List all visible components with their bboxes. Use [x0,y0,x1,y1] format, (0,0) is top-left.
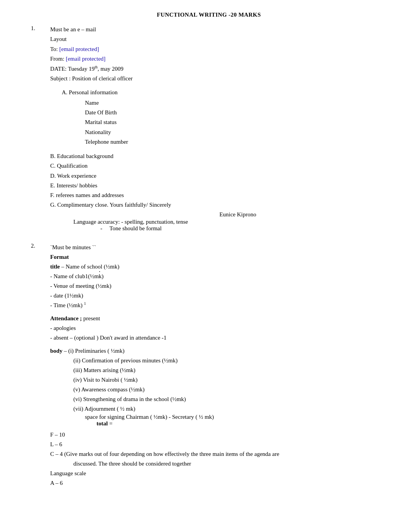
layout-line: Layout [50,35,387,44]
section-1: 1. Must be an e – mail Layout To: [email… [31,25,387,232]
personal-item-marital: Marital status [85,118,387,127]
section-d: D. Work experience [50,172,387,180]
personal-info-list: Name Date Of Birth Marital status Nation… [85,99,387,146]
total-line: total = [97,420,387,427]
section-e: E. Interests/ hobbies [50,181,387,190]
section-2-row: 2. `Must be minutes `` Format title – Na… [31,243,387,488]
body-item-ii: (ii) Confirmation of previous minutes (½… [73,356,387,365]
body-item-vi: (vi) Strengthening of drama in the schoo… [73,394,387,404]
body-item-iv: (iv) Visit to Nairobi ( ½mk) [73,375,387,384]
from-label: From: [50,56,66,62]
personal-item-dob: Date Of Birth [85,108,387,117]
to-email: [email protected] [59,46,99,52]
section-c: C. Qualification [50,161,387,170]
attendance-header: Attendance ; present [50,314,387,323]
venue-line: - Venue of meeting (½mk) [50,281,387,291]
section-b: B. Educational background [50,152,387,161]
personal-item-telephone: Telephone number [85,138,387,146]
personal-item-name: Name [85,99,387,107]
c-line: C – 4 (Give marks out of four depending … [50,449,387,459]
section-1-number: 1. [31,25,50,232]
section-f: F. referees names and addresses [50,191,387,200]
title-line: title – Name of school (½mk) [50,262,387,271]
personal-item-nationality: Nationality [85,128,387,137]
from-line: From: [email protected] [50,54,387,63]
name-club-line: - Name of club1(½mk) [50,272,387,281]
body-block: body – (i) Preliminaries ( ½mk) (ii) Con… [50,346,387,427]
body-item-iii: (iii) Matters arising (½mk) [73,365,387,375]
totals-block: F – 10 L – 6 C – 4 (Give marks out of fo… [50,430,387,488]
format-label: Format [50,252,387,262]
section-2-content: `Must be minutes `` Format title – Name … [50,243,387,488]
to-line: To: [email protected] [50,45,387,54]
date-line: DATE: Tuesday 19th, may 2009 [50,64,387,73]
body-item-v: (v) Awareness compass (½mk) [73,385,387,394]
time-line: - Time (½mk) 1 [50,301,387,310]
section-2: 2. `Must be minutes `` Format title – Na… [31,243,387,488]
attendance-block: Attendance ; present - apologies - absen… [50,314,387,342]
page-title: FUNCTIONAL WRITING -20 MARKS [31,12,387,18]
s2-intro: `Must be minutes `` [50,243,387,252]
section-g: G. Complimentary close. Yours faithfully… [50,201,387,209]
body-item-vii: (vii) Adjournment ( ½ mk) [73,404,387,413]
language-line: Language accuracy: - spelling, punctuati… [73,219,387,225]
tone-line: - Tone should be formal [100,225,387,232]
body-items-list: (ii) Confirmation of previous minutes (½… [73,356,387,413]
apologies-line: - apologies [50,323,387,333]
section-2-number: 2. [31,243,50,488]
eunice-line: Eunice Kiprono [89,211,387,218]
body-intro-line: body – (i) Preliminaries ( ½mk) [50,346,387,355]
lang-scale: Language scale [50,469,387,478]
to-label: To: [50,46,59,52]
subject-line: Subject : Position of clerical officer [50,74,387,83]
section-a-header: A. Personal information [62,88,387,97]
c2-line: discussed. The three should be considere… [73,459,387,468]
intro-line: Must be an e – mail [50,25,387,34]
date-line2: - date (1½mk) [50,291,387,300]
a-line: A – 6 [50,478,387,488]
section-1-content: Must be an e – mail Layout To: [email pr… [50,25,387,232]
other-sections: B. Educational background C. Qualificati… [50,152,387,210]
l-line: L – 6 [50,440,387,449]
from-email: [email protected] [66,56,105,62]
absent-line: - absent – (optional ) Don't award in at… [50,333,387,342]
f-line: F – 10 [50,430,387,439]
signing-line: space for signing Chairman ( ½mk) - Secr… [85,414,387,420]
